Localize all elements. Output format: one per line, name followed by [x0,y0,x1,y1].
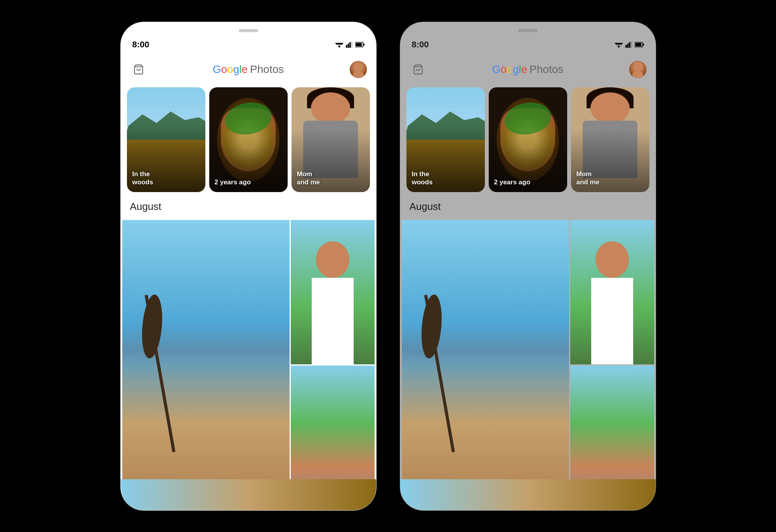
memory-card-taco-light[interactable]: 2 years ago [209,87,288,192]
photo-small-col-dark [570,220,654,510]
phone-light: 8:00 [120,22,377,511]
photo-beach-dark[interactable] [402,220,569,510]
svg-rect-17 [630,41,632,47]
svg-rect-14 [625,45,627,47]
battery-icon-dark [635,42,644,47]
phone-dark: 8:00 [400,22,656,511]
memory-card-mom-light[interactable]: Momand me [292,87,370,192]
memory-label-taco-dark: 2 years ago [494,178,531,186]
svg-rect-9 [363,43,365,45]
memory-card-woods-dark[interactable]: In thewoods [406,87,485,192]
avatar-dark[interactable] [629,61,646,78]
status-icons-dark [615,41,644,48]
photo-row-1-dark [402,220,654,510]
avatar-image-dark [629,61,646,78]
svg-rect-6 [351,41,352,47]
memory-card-woods-light[interactable]: In thewoods [127,87,205,192]
status-bar-light: 8:00 [121,38,376,52]
svg-rect-15 [627,43,628,48]
photo-grid-light [121,220,376,510]
svg-rect-4 [347,43,349,48]
signal-icon-light [346,41,353,48]
wifi-icon-dark [615,41,623,48]
svg-rect-19 [635,43,641,46]
wifi-icon-light [335,41,344,48]
shop-button-light[interactable] [130,61,147,78]
speaker-light [239,29,258,32]
photo-kid-light[interactable] [291,220,375,365]
app-header-dark: Google Photos [400,57,656,82]
photo-beach-light[interactable] [122,220,290,510]
status-bar-dark: 8:00 [400,38,656,52]
memory-card-mom-dark[interactable]: Momand me [571,87,649,192]
signal-icon-dark [625,41,632,48]
memory-label-taco-light: 2 years ago [215,178,251,186]
photo-row-1-light [122,220,375,510]
section-label-dark: August [410,201,441,213]
memory-label-mom-dark: Momand me [576,170,600,187]
status-icons-light [335,41,365,48]
speaker-dark [518,29,538,32]
app-header-light: Google Photos [121,57,376,82]
memory-label-woods-light: In thewoods [132,170,153,187]
shop-icon-dark [413,64,424,75]
logo-photos-dark: Photos [529,63,563,76]
photo-kid-dark[interactable] [570,220,654,365]
photo-strip-dark[interactable] [400,479,656,510]
battery-icon-light [355,42,365,47]
svg-rect-16 [629,42,630,47]
logo-google-light: Google [213,63,248,76]
logo-google-dark: Google [492,63,527,76]
svg-rect-5 [349,42,351,47]
memory-label-mom-light: Momand me [297,170,320,187]
photo-grid-dark [400,220,656,510]
avatar-light[interactable] [350,61,367,78]
svg-rect-3 [346,45,347,47]
status-time-dark: 8:00 [412,40,429,50]
photo-small-col-light [291,220,375,510]
svg-marker-2 [338,45,340,48]
avatar-image-light [350,61,367,78]
logo-light: Google Photos [213,63,284,76]
logo-photos-light: Photos [250,63,284,76]
shop-button-dark[interactable] [410,61,427,78]
memories-strip-dark: In thewoods 2 years ago [400,87,656,192]
shop-icon-light [133,64,144,75]
section-label-light: August [130,201,161,213]
memories-strip-light: In thewoods 2 years ago [121,87,376,192]
status-time-light: 8:00 [132,40,149,50]
logo-dark: Google Photos [492,63,564,76]
phones-container: 8:00 [120,22,656,511]
memory-card-taco-dark[interactable]: 2 years ago [489,87,567,192]
photo-strip-light[interactable] [121,479,376,510]
svg-marker-13 [617,45,620,48]
svg-rect-8 [356,43,361,46]
memory-label-woods-dark: In thewoods [412,170,433,187]
svg-rect-20 [643,43,644,45]
